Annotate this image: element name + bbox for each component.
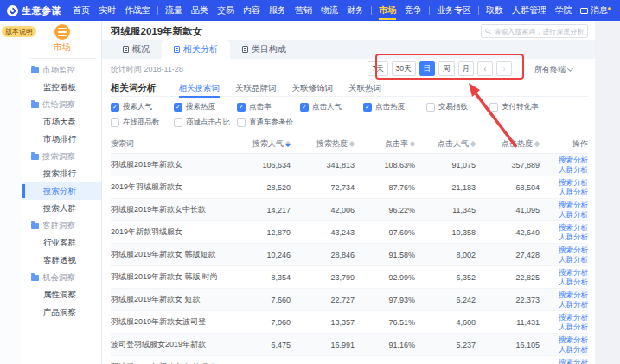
metric-row2-1[interactable]: 商城点击占比	[174, 118, 237, 128]
sidebar-item-6[interactable]: 搜索排行	[22, 165, 101, 182]
action-link-0[interactable]: 搜索分析	[559, 246, 588, 255]
sidebar-category[interactable]: 市场	[22, 21, 101, 54]
value-cell-click_pop: 6,352	[415, 273, 476, 282]
sidebar-item-9[interactable]: 客群洞察	[22, 217, 101, 234]
sidebar-item-12[interactable]: 机会洞察	[22, 269, 101, 286]
checkbox-checked[interactable]: ✓	[237, 103, 246, 112]
metric-row1-0[interactable]: ✓搜索人气	[111, 102, 174, 112]
checkbox-checked[interactable]: ✓	[300, 103, 309, 112]
sidebar-item-3[interactable]: 市场大盘	[22, 113, 101, 131]
prev-period-button[interactable]: ‹	[477, 61, 493, 76]
column-header-2[interactable]: 搜索热度	[291, 138, 355, 150]
metric-row1-2[interactable]: ✓点击率	[237, 102, 300, 112]
unit-button-1[interactable]: 周	[438, 61, 455, 76]
action-link-0[interactable]: 搜索分析	[559, 358, 588, 364]
action-link-1[interactable]: 人群分析	[559, 255, 588, 265]
metric-row1-1[interactable]: ✓搜索热度	[174, 102, 237, 112]
sidebar-item-4[interactable]: 市场排行	[22, 131, 101, 148]
checkbox-unchecked[interactable]	[174, 118, 182, 127]
metric-row1-4[interactable]: ✓点击热度	[363, 102, 426, 112]
tab-2[interactable]: 类目构成	[230, 40, 298, 59]
action-link-0[interactable]: 搜索分析	[559, 268, 588, 278]
nav-item-6[interactable]: 交易	[213, 0, 239, 21]
keyword-search-box[interactable]	[481, 24, 588, 38]
action-link-0[interactable]: 搜索分析	[559, 335, 588, 345]
nav-item-8[interactable]: 服务	[265, 0, 291, 21]
action-link-1[interactable]: 人群分析	[559, 233, 588, 242]
action-link-1[interactable]: 人群分析	[559, 278, 588, 287]
sub-tab-1[interactable]: 关联品牌词	[235, 80, 277, 97]
sidebar-item-10[interactable]: 行业客群	[22, 234, 101, 252]
range-button-0[interactable]: 7天	[368, 61, 387, 76]
column-header-5[interactable]: 点击热度	[476, 138, 540, 150]
action-link-0[interactable]: 搜索分析	[559, 201, 588, 210]
column-header-3[interactable]: 点击率	[355, 138, 415, 150]
action-link-0[interactable]: 搜索分析	[559, 156, 588, 165]
page-title: 羽绒服2019年新款女	[111, 25, 202, 38]
terminal-dropdown[interactable]: 所有终端	[534, 64, 572, 75]
action-link-0[interactable]: 搜索分析	[559, 178, 588, 188]
metric-row2-2[interactable]: 直通车参考价	[237, 118, 300, 128]
metric-row1-3[interactable]: ✓点击人气	[300, 102, 363, 112]
nav-item-7[interactable]: 内容	[239, 0, 265, 21]
nav-item-16[interactable]: 业务专区	[432, 0, 476, 21]
tab-1[interactable]: 相关分析	[162, 40, 230, 59]
sidebar-item-14[interactable]: 产品洞察	[22, 303, 101, 321]
table-body: 羽绒服2019年新款女106,634341,813108.63%91,07535…	[111, 154, 588, 364]
metric-row1-5[interactable]: 交易指数	[426, 102, 489, 112]
sidebar-item-13[interactable]: 属性洞察	[22, 286, 101, 303]
action-link-1[interactable]: 人群分析	[559, 345, 588, 354]
column-header-1[interactable]: 搜索人气	[232, 138, 291, 150]
checkbox-checked[interactable]: ✓	[111, 103, 119, 112]
messages-button[interactable]: 消息	[577, 4, 613, 16]
checkbox-unchecked[interactable]	[237, 118, 246, 127]
column-header-4[interactable]: 点击人气	[415, 138, 476, 150]
sidebar-item-7[interactable]: 搜索分析	[22, 182, 101, 200]
checkbox-checked[interactable]: ✓	[174, 103, 182, 112]
sidebar-item-1[interactable]: 监控看板	[22, 79, 101, 96]
nav-item-4[interactable]: 流量	[161, 0, 187, 21]
nav-item-2[interactable]: 作战室	[120, 0, 155, 21]
new-badge-dot	[608, 7, 611, 10]
nav-item-0[interactable]: 首页	[68, 0, 94, 21]
action-link-1[interactable]: 人群分析	[559, 210, 588, 220]
sidebar-item-0[interactable]: 市场监控	[22, 61, 101, 79]
sidebar-item-11[interactable]: 客群透视	[22, 252, 101, 269]
range-button-1[interactable]: 30天	[392, 61, 416, 76]
tab-0[interactable]: 概况	[111, 40, 162, 59]
checkbox-unchecked[interactable]	[489, 103, 498, 112]
unit-button-0[interactable]: 日	[419, 61, 436, 76]
sub-tab-3[interactable]: 关联热词	[348, 80, 381, 97]
sidebar-item-5[interactable]: 搜索洞察	[22, 148, 101, 165]
nav-item-19[interactable]: 人群管理	[508, 0, 551, 21]
checkbox-unchecked[interactable]	[426, 103, 435, 112]
nav-item-13[interactable]: 市场	[374, 0, 400, 21]
metric-row2-0[interactable]: 在线商品数	[111, 118, 174, 128]
nav-item-18[interactable]: 取数	[482, 0, 508, 21]
sidebar-item-2[interactable]: 供给洞察	[22, 96, 101, 113]
sub-tab-2[interactable]: 关联修饰词	[292, 80, 334, 97]
nav-item-11[interactable]: 财务	[342, 0, 368, 21]
action-link-1[interactable]: 人群分析	[559, 300, 588, 310]
nav-item-20[interactable]: 学院	[551, 0, 577, 21]
unit-button-2[interactable]: 月	[458, 61, 475, 76]
next-period-button[interactable]: ›	[496, 61, 512, 76]
action-link-1[interactable]: 人群分析	[559, 165, 588, 175]
action-link-0[interactable]: 搜索分析	[559, 313, 588, 322]
checkbox-checked[interactable]: ✓	[363, 103, 372, 112]
sidebar-item-8[interactable]: 搜索人群	[22, 200, 101, 217]
nav-item-14[interactable]: 竞争	[400, 0, 426, 21]
action-link-0[interactable]: 搜索分析	[559, 291, 588, 300]
nav-item-10[interactable]: 物流	[316, 0, 342, 21]
nav-item-5[interactable]: 品类	[187, 0, 213, 21]
checkbox-unchecked[interactable]	[111, 118, 119, 127]
search-input[interactable]	[494, 28, 584, 35]
nav-item-1[interactable]: 实时	[94, 0, 120, 21]
action-link-1[interactable]: 人群分析	[559, 188, 588, 197]
sub-tab-0[interactable]: 相关搜索词	[179, 80, 221, 97]
metric-row1-6[interactable]: 支付转化率	[489, 102, 553, 112]
nav-item-9[interactable]: 营销	[291, 0, 316, 21]
version-notes-tag[interactable]: 版本说明	[2, 26, 36, 37]
action-link-0[interactable]: 搜索分析	[559, 223, 588, 233]
action-link-1[interactable]: 人群分析	[559, 322, 588, 332]
